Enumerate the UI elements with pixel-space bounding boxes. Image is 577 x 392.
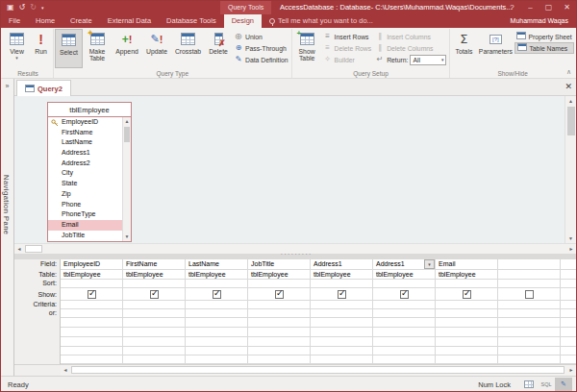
return-combo[interactable]: All ▾ [410, 55, 446, 65]
grid-field-cell[interactable]: LastName [186, 259, 247, 270]
scroll-down-icon[interactable]: ▼ [565, 233, 576, 243]
show-checkbox[interactable] [150, 290, 159, 299]
grid-sort-cell[interactable] [436, 280, 497, 288]
grid-table-cell[interactable]: tblEmployee [248, 270, 310, 280]
sql-view-button[interactable]: SQL [538, 378, 555, 391]
insert-rows-button[interactable]: ≡ Insert Rows [321, 31, 374, 42]
grid-empty-cell[interactable] [186, 347, 247, 355]
grid-criteria-cell[interactable] [61, 301, 122, 309]
tab-file[interactable]: File [1, 14, 28, 28]
grid-empty-cell[interactable] [186, 337, 247, 347]
grid-sort-cell[interactable] [248, 280, 310, 288]
field-list-item[interactable]: Phone [48, 200, 122, 210]
field-list-item-selected[interactable]: Email [48, 220, 122, 231]
field-list-scrollbar[interactable]: ▲ ▼ [122, 117, 131, 241]
grid-empty-cell[interactable] [561, 270, 576, 280]
grid-or-cell[interactable] [436, 309, 497, 318]
grid-empty-cell[interactable] [123, 347, 185, 355]
scroll-down-icon[interactable]: ▼ [123, 233, 131, 241]
scroll-thumb[interactable] [71, 366, 564, 374]
scroll-up-icon[interactable]: ▲ [123, 117, 131, 126]
grid-sort-cell[interactable] [373, 280, 435, 288]
grid-table-cell[interactable]: tblEmployee [311, 270, 372, 280]
grid-field-cell[interactable]: FirstName [123, 259, 185, 270]
field-list-item[interactable]: Address1 [48, 148, 122, 159]
grid-empty-cell[interactable] [561, 355, 576, 364]
undo-icon[interactable]: ↺ [19, 4, 26, 12]
grid-table-cell[interactable]: tblEmployee [436, 270, 497, 280]
save-icon[interactable]: ▣ [7, 4, 14, 12]
show-checkbox[interactable] [400, 290, 409, 299]
show-checkbox[interactable] [338, 290, 346, 299]
update-button[interactable]: ✎! Update [142, 29, 171, 68]
scroll-left-icon[interactable]: ◄ [61, 365, 70, 376]
grid-empty-cell[interactable] [123, 355, 185, 364]
scrollbar-track[interactable]: ◄ ► [61, 365, 576, 376]
grid-empty-cell[interactable] [248, 328, 310, 337]
tab-create[interactable]: Create [63, 14, 100, 28]
delete-query-button[interactable]: ✗ Delete [205, 29, 232, 68]
append-button[interactable]: +! Append [112, 29, 142, 68]
grid-or-cell[interactable] [61, 309, 122, 318]
field-list-item[interactable]: State [48, 179, 122, 189]
close-document-icon[interactable]: ✕ [564, 82, 572, 91]
grid-empty-cell[interactable] [61, 337, 122, 347]
field-list-item[interactable]: PhoneType [48, 209, 122, 220]
grid-empty-cell[interactable] [498, 347, 560, 355]
grid-criteria-cell[interactable] [186, 301, 247, 309]
navigation-pane-collapsed[interactable]: » Navigation Pane [1, 79, 14, 376]
grid-empty-cell[interactable] [373, 355, 435, 364]
maximize-button[interactable]: ▢ [539, 1, 558, 14]
tab-external-data[interactable]: External Data [100, 14, 159, 28]
grid-empty-cell[interactable] [61, 347, 122, 355]
grid-or-cell[interactable] [248, 309, 310, 318]
scroll-thumb[interactable] [25, 245, 42, 253]
crosstab-button[interactable]: Crosstab [171, 29, 205, 68]
pass-through-button[interactable]: ⊕ Pass-Through [232, 42, 290, 54]
grid-empty-cell[interactable] [436, 328, 497, 337]
grid-field-cell[interactable]: Email [436, 259, 497, 270]
grid-empty-cell[interactable] [561, 301, 576, 309]
grid-field-cell[interactable]: EmployeeID [61, 259, 122, 270]
collapse-ribbon-icon[interactable]: ∧ [566, 68, 571, 76]
grid-empty-cell[interactable] [248, 355, 310, 364]
grid-empty-cell[interactable] [373, 347, 435, 355]
table-names-button[interactable]: Table Names [514, 42, 573, 54]
grid-or-cell[interactable] [186, 309, 247, 318]
grid-table-cell[interactable] [498, 270, 560, 280]
union-button[interactable]: ◎ Union [232, 31, 290, 42]
show-checkbox[interactable] [463, 290, 471, 299]
field-list-tblEmployee[interactable]: tblEmployee EmployeeID FirstName LastNam… [47, 102, 132, 242]
grid-or-cell[interactable] [373, 309, 435, 318]
grid-empty-cell[interactable] [373, 328, 435, 337]
grid-empty-cell[interactable] [248, 337, 310, 347]
show-checkbox[interactable] [213, 290, 221, 299]
grid-empty-cell[interactable] [561, 309, 576, 318]
grid-table-cell[interactable]: tblEmployee [123, 270, 185, 280]
show-table-button[interactable]: + Show Table [293, 29, 321, 68]
grid-sort-cell[interactable] [498, 280, 560, 288]
grid-empty-cell[interactable] [186, 328, 247, 337]
grid-or-cell[interactable] [498, 309, 560, 318]
grid-field-cell[interactable]: JobTitle [248, 259, 310, 270]
show-checkbox[interactable] [525, 290, 534, 299]
grid-empty-cell[interactable] [311, 318, 372, 328]
view-button[interactable]: View ▾ [4, 29, 30, 68]
run-button[interactable]: ! Run [30, 29, 52, 68]
grid-table-cell[interactable]: tblEmployee [61, 270, 122, 280]
grid-empty-cell[interactable] [498, 355, 560, 364]
grid-sort-cell[interactable] [311, 280, 372, 288]
scroll-right-icon[interactable]: ► [566, 365, 576, 376]
grid-empty-cell[interactable] [561, 280, 576, 288]
grid-empty-cell[interactable] [498, 318, 560, 328]
grid-empty-cell[interactable] [123, 337, 185, 347]
grid-sort-cell[interactable] [186, 280, 247, 288]
field-list-item[interactable]: City [48, 168, 122, 179]
grid-sort-cell[interactable] [61, 280, 122, 288]
grid-field-cell-active[interactable]: Address1 ▾ [373, 259, 435, 270]
grid-empty-cell[interactable] [311, 355, 372, 364]
grid-empty-cell[interactable] [436, 355, 497, 364]
grid-empty-cell[interactable] [561, 318, 576, 328]
grid-empty-cell[interactable] [436, 318, 497, 328]
tab-database-tools[interactable]: Database Tools [159, 14, 224, 28]
